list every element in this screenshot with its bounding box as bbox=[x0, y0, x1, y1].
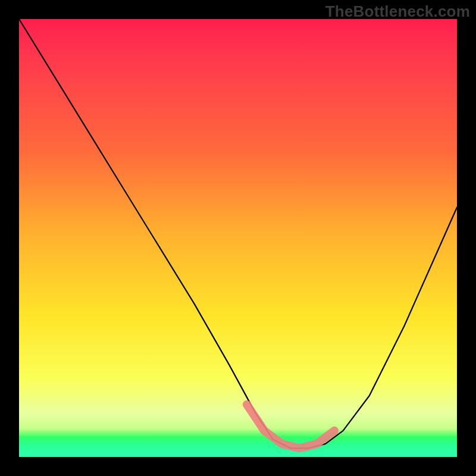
optimal-range-highlight bbox=[247, 405, 334, 449]
curve-svg bbox=[19, 19, 457, 457]
bottleneck-curve bbox=[19, 19, 457, 448]
watermark-text: TheBottleneck.com bbox=[325, 2, 470, 21]
chart-frame: TheBottleneck.com bbox=[0, 0, 476, 476]
plot-area bbox=[19, 19, 457, 457]
